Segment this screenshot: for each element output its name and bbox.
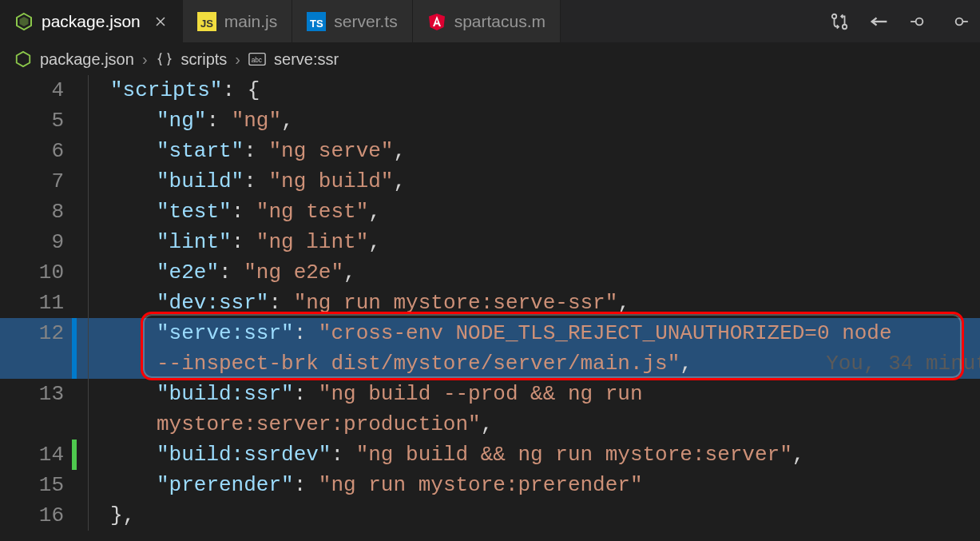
tab-bar: package.json JS main.js TS server.ts (0, 0, 980, 43)
close-icon[interactable] (153, 14, 168, 29)
svg-text:abc: abc (252, 57, 262, 64)
tab-server-ts[interactable]: TS server.ts (292, 0, 412, 42)
gutter-modified-bar (72, 348, 77, 379)
line-number: 6 (0, 139, 64, 163)
tab-label: server.ts (334, 12, 397, 31)
breadcrumb-key[interactable]: serve:ssr (274, 50, 339, 69)
tab-main-js[interactable]: JS main.js (183, 0, 293, 42)
svg-point-6 (832, 14, 836, 18)
angular-icon (427, 12, 446, 31)
git-compare-icon[interactable] (828, 10, 851, 33)
undo-icon[interactable] (868, 10, 891, 33)
breadcrumb-file[interactable]: package.json (40, 50, 134, 69)
ts-icon: TS (307, 12, 326, 31)
js-icon: JS (197, 12, 216, 31)
line-number: 7 (0, 169, 64, 193)
tab-package-json[interactable]: package.json (0, 0, 183, 42)
code-area[interactable]: 4 "scripts": { 5 "ng": "ng", 6 "start": … (0, 75, 980, 531)
tab-actions (819, 0, 980, 42)
svg-text:JS: JS (200, 18, 213, 30)
line-number: 8 (0, 200, 64, 224)
braces-icon (156, 50, 173, 68)
next-change-icon[interactable] (948, 10, 970, 33)
line-number: 13 (0, 382, 64, 406)
breadcrumb-section[interactable]: scripts (181, 50, 228, 69)
line-number: 15 (0, 473, 64, 497)
abc-icon: abc (248, 50, 266, 68)
line-number: 5 (0, 109, 64, 133)
svg-text:TS: TS (310, 18, 323, 30)
prev-change-icon[interactable] (908, 10, 930, 33)
line-number: 14 (0, 443, 64, 467)
line-number: 16 (0, 503, 64, 527)
gutter-added-bar (72, 440, 77, 470)
line-number: 10 (0, 261, 64, 284)
gutter-modified-bar (72, 318, 77, 348)
svg-point-8 (916, 18, 923, 25)
tab-spartacus[interactable]: spartacus.m (413, 0, 561, 42)
breadcrumb: package.json › scripts › abc serve:ssr (0, 43, 980, 75)
tab-label: spartacus.m (454, 12, 546, 31)
tab-label: package.json (42, 12, 141, 31)
line-number: 9 (0, 230, 64, 254)
chevron-right-icon: › (235, 50, 240, 69)
chevron-right-icon: › (142, 50, 148, 69)
nodejs-icon (14, 12, 34, 31)
line-number: 11 (0, 291, 64, 315)
git-blame-annotation: You, 34 minut (826, 352, 980, 376)
editor[interactable]: 4 "scripts": { 5 "ng": "ng", 6 "start": … (0, 75, 980, 541)
tab-label: main.js (224, 12, 278, 31)
nodejs-icon (14, 50, 32, 68)
svg-point-10 (956, 18, 963, 25)
svg-point-7 (843, 24, 847, 28)
line-number: 4 (0, 78, 64, 102)
line-number: 12 (0, 321, 64, 345)
